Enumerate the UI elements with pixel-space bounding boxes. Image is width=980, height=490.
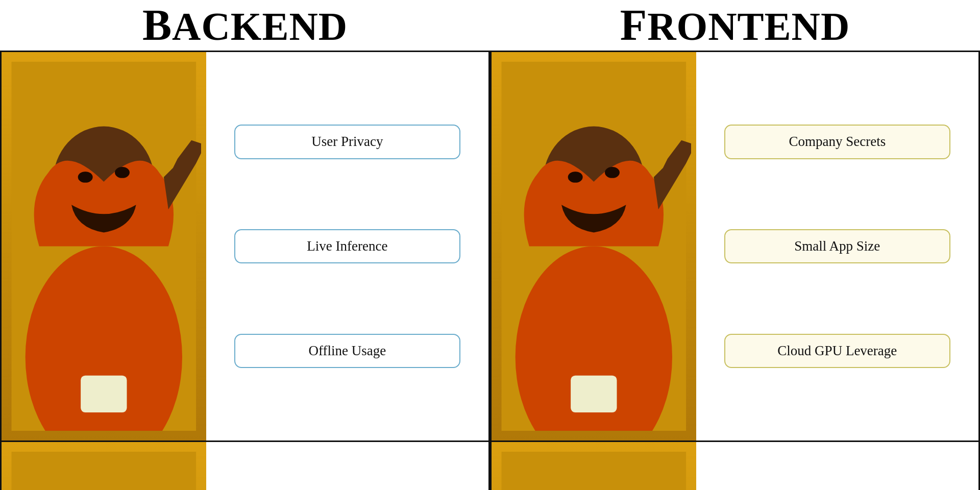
backend-tag-live-inference: Live Inference bbox=[234, 229, 460, 263]
backend-disapprove-panel: User Privacy Live Inference Offline Usag… bbox=[2, 52, 488, 442]
frontend-tag-cloud-gpu-leverage: Cloud GPU Leverage bbox=[724, 334, 950, 368]
backend-top-tags: User Privacy Live Inference Offline Usag… bbox=[206, 52, 488, 440]
backend-side: User Privacy Live Inference Offline Usag… bbox=[0, 51, 490, 490]
svg-point-3 bbox=[78, 172, 93, 183]
svg-rect-17 bbox=[571, 376, 617, 412]
svg-rect-5 bbox=[81, 376, 127, 412]
svg-rect-18 bbox=[502, 452, 687, 490]
frontend-title-section: FRONTEND bbox=[490, 0, 980, 51]
svg-point-16 bbox=[605, 167, 620, 178]
backend-title-section: BACKEND bbox=[0, 0, 490, 51]
svg-point-4 bbox=[115, 167, 130, 178]
backend-bottom-tags: Model Secrecy Pay Per Prediction Cloud G… bbox=[206, 442, 488, 490]
vertical-divider bbox=[489, 51, 492, 490]
backend-approve-panel: Model Secrecy Pay Per Prediction Cloud G… bbox=[2, 442, 488, 490]
backend-title: BACKEND bbox=[142, 0, 348, 51]
frontend-bottom-drake-image bbox=[492, 442, 696, 490]
frontend-tag-company-secrets: Company Secrets bbox=[724, 125, 950, 159]
svg-rect-6 bbox=[12, 452, 197, 490]
backend-tag-user-privacy: User Privacy bbox=[234, 125, 460, 159]
frontend-bottom-tags: User Data Privacy Serve Static Files Onl… bbox=[696, 442, 978, 490]
frontend-top-drake-image bbox=[492, 52, 696, 440]
svg-point-15 bbox=[568, 172, 583, 183]
frontend-title: FRONTEND bbox=[620, 0, 850, 51]
backend-tag-offline-usage: Offline Usage bbox=[234, 334, 460, 368]
backend-top-drake-image bbox=[2, 52, 206, 440]
frontend-tag-small-app-size: Small App Size bbox=[724, 229, 950, 263]
frontend-side: Company Secrets Small App Size Cloud GPU… bbox=[490, 51, 980, 490]
backend-bottom-drake-image bbox=[2, 442, 206, 490]
frontend-approve-panel: User Data Privacy Serve Static Files Onl… bbox=[492, 442, 978, 490]
frontend-top-tags: Company Secrets Small App Size Cloud GPU… bbox=[696, 52, 978, 440]
frontend-disapprove-panel: Company Secrets Small App Size Cloud GPU… bbox=[492, 52, 978, 442]
